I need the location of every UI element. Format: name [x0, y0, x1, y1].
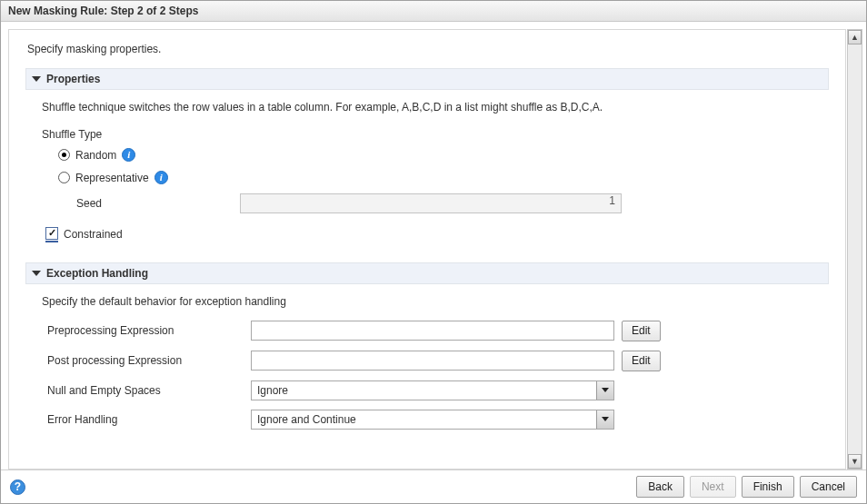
back-button[interactable]: Back [636, 476, 684, 498]
constrained-checkbox[interactable] [45, 227, 58, 240]
exception-description: Specify the default behavior for excepti… [42, 295, 822, 308]
error-handling-value: Ignore and Continue [257, 413, 356, 426]
scroll-up-icon[interactable]: ▲ [848, 30, 862, 44]
null-handling-select[interactable]: Ignore [251, 380, 614, 400]
properties-description: Shuffle technique switches the row value… [42, 101, 822, 114]
section-exception-body: Specify the default behavior for excepti… [25, 295, 829, 433]
error-handling-row: Error Handling Ignore and Continue [47, 410, 822, 430]
radio-representative-label: Representative [75, 172, 149, 184]
radio-random-row[interactable]: Random i [58, 148, 822, 162]
content-wrap: Specify masking properties. Properties S… [1, 22, 866, 469]
radio-representative-row[interactable]: Representative i [58, 171, 822, 184]
chevron-down-icon [602, 388, 609, 392]
dropdown-button[interactable] [596, 381, 613, 400]
seed-row: Seed 1 [76, 193, 822, 213]
preprocessing-input[interactable] [251, 321, 614, 341]
scroll-down-icon[interactable]: ▼ [848, 454, 862, 469]
section-properties-header[interactable]: Properties [25, 68, 829, 90]
radio-representative[interactable] [58, 172, 70, 183]
intro-text: Specify masking properties. [27, 43, 829, 55]
constrained-row[interactable]: Constrained [45, 226, 822, 242]
section-exception-header[interactable]: Exception Handling [25, 262, 829, 284]
radio-random[interactable] [58, 149, 70, 161]
section-exception-title: Exception Handling [46, 267, 148, 280]
postprocessing-label: Post processing Expression [47, 354, 251, 367]
chevron-down-icon [32, 76, 41, 82]
section-properties-title: Properties [46, 73, 100, 85]
footer: ? Back Next Finish Cancel [1, 469, 866, 503]
error-handling-label: Error Handling [47, 413, 251, 426]
preprocessing-row: Preprocessing Expression Edit [47, 321, 822, 341]
info-icon[interactable]: i [122, 148, 135, 162]
info-icon[interactable]: i [154, 171, 168, 184]
shuffle-type-label: Shuffle Type [42, 128, 822, 141]
constrained-label: Constrained [64, 228, 123, 241]
dialog-title: New Masking Rule: Step 2 of 2 Steps [1, 1, 866, 22]
finish-button[interactable]: Finish [742, 476, 794, 498]
dropdown-button[interactable] [596, 410, 613, 429]
error-handling-select[interactable]: Ignore and Continue [251, 410, 614, 430]
seed-input[interactable]: 1 [240, 193, 622, 213]
next-button: Next [690, 476, 736, 498]
dialog: New Masking Rule: Step 2 of 2 Steps Spec… [0, 0, 867, 504]
section-properties-body: Shuffle technique switches the row value… [25, 101, 829, 262]
null-handling-label: Null and Empty Spaces [47, 384, 251, 397]
cancel-button[interactable]: Cancel [800, 476, 857, 498]
seed-label: Seed [76, 197, 240, 210]
preprocessing-label: Preprocessing Expression [47, 324, 251, 337]
preprocessing-edit-button[interactable]: Edit [622, 321, 661, 341]
postprocessing-edit-button[interactable]: Edit [622, 351, 661, 371]
null-handling-value: Ignore [257, 384, 288, 397]
postprocessing-row: Post processing Expression Edit [47, 351, 822, 371]
content-area: Specify masking properties. Properties S… [8, 29, 846, 469]
chevron-down-icon [602, 417, 609, 421]
scrollbar[interactable]: ▲ ▼ [847, 29, 862, 469]
radio-random-label: Random [75, 149, 116, 162]
null-handling-row: Null and Empty Spaces Ignore [47, 380, 822, 400]
chevron-down-icon [32, 271, 41, 276]
postprocessing-input[interactable] [251, 351, 614, 371]
help-icon[interactable]: ? [10, 479, 25, 495]
footer-buttons: Back Next Finish Cancel [636, 476, 857, 498]
